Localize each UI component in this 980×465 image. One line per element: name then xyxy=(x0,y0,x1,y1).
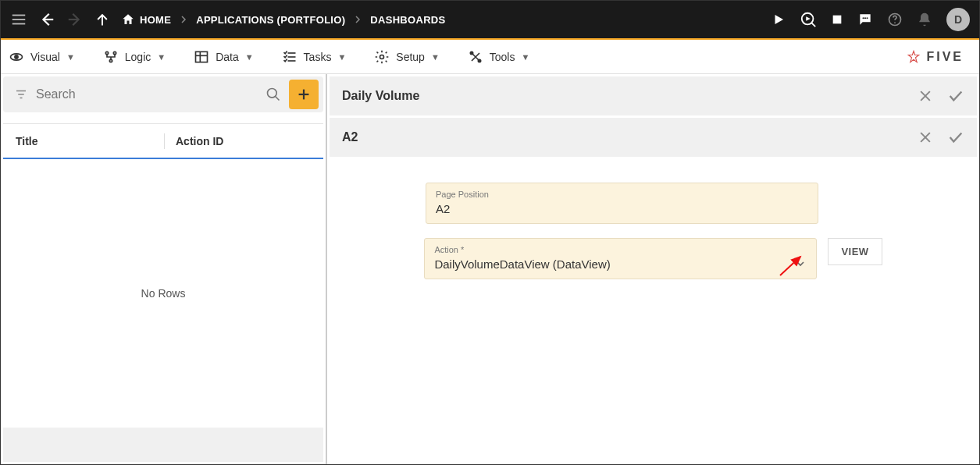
field-action-label: Action * xyxy=(434,245,807,254)
menu-tasks[interactable]: Tasks ▼ xyxy=(282,49,347,65)
column-action-id[interactable]: Action ID xyxy=(176,135,223,147)
breadcrumb-dashboards[interactable]: DASHBOARDS xyxy=(370,14,445,26)
svg-point-29 xyxy=(478,59,480,62)
avatar[interactable]: D xyxy=(946,8,970,31)
chevron-down-icon: ▼ xyxy=(521,52,529,62)
empty-state: No Rows xyxy=(3,159,323,428)
column-title[interactable]: Title xyxy=(16,135,164,147)
svg-marker-30 xyxy=(909,51,919,62)
chevron-down-icon: ▼ xyxy=(337,52,346,62)
brand-text: FIVE xyxy=(926,50,964,64)
svg-point-34 xyxy=(268,89,277,98)
chevron-down-icon[interactable] xyxy=(794,257,807,270)
menubar: Visual ▼ Logic ▼ Data ▼ Tasks ▼ Setup ▼ … xyxy=(1,40,979,74)
chevron-right-icon xyxy=(179,15,188,24)
chevron-down-icon: ▼ xyxy=(245,52,254,62)
forward-icon xyxy=(66,11,84,28)
chevron-down-icon: ▼ xyxy=(431,52,440,62)
menu-visual[interactable]: Visual ▼ xyxy=(9,49,75,65)
field-page-position-value: A2 xyxy=(436,202,808,215)
chevron-down-icon: ▼ xyxy=(66,52,75,62)
form-area: Page Position A2 Action * DailyVolumeDat… xyxy=(330,159,977,303)
menu-data[interactable]: Data ▼ xyxy=(194,49,253,65)
svg-point-15 xyxy=(894,22,896,23)
menu-visual-label: Visual xyxy=(30,51,60,63)
run-search-icon[interactable] xyxy=(800,11,817,28)
svg-line-35 xyxy=(276,97,280,101)
panel-header-main: Daily Volume xyxy=(330,76,977,115)
check-icon[interactable] xyxy=(947,87,964,105)
menu-setup[interactable]: Setup ▼ xyxy=(374,49,439,65)
column-headers: Title Action ID xyxy=(3,123,323,159)
close-icon[interactable] xyxy=(918,130,933,145)
add-button[interactable] xyxy=(289,80,319,109)
bell-icon[interactable] xyxy=(917,12,932,27)
chevron-right-icon xyxy=(353,15,362,24)
search-box xyxy=(3,76,323,112)
field-action-value: DailyVolumeDataView (DataView) xyxy=(434,257,807,271)
svg-point-17 xyxy=(15,55,18,58)
up-icon[interactable] xyxy=(94,12,110,27)
empty-state-text: No Rows xyxy=(141,287,186,300)
close-icon[interactable] xyxy=(918,88,933,104)
breadcrumb-dashboards-label: DASHBOARDS xyxy=(370,14,445,26)
right-panel: Daily Volume A2 Page Position A xyxy=(327,74,979,464)
filter-icon[interactable] xyxy=(14,87,28,101)
field-page-position[interactable]: Page Position A2 xyxy=(426,183,818,224)
search-icon[interactable] xyxy=(265,87,281,102)
svg-point-18 xyxy=(105,51,108,54)
svg-point-11 xyxy=(863,17,864,19)
svg-point-12 xyxy=(864,17,866,19)
svg-point-20 xyxy=(109,59,112,62)
left-footer xyxy=(3,428,323,462)
svg-line-9 xyxy=(812,23,816,27)
brand-logo: FIVE xyxy=(906,49,971,65)
svg-point-19 xyxy=(113,51,116,54)
svg-point-27 xyxy=(380,55,384,59)
menu-tools[interactable]: Tools ▼ xyxy=(468,49,530,65)
field-page-position-label: Page Position xyxy=(436,190,808,199)
stop-icon[interactable] xyxy=(831,13,843,26)
menu-setup-label: Setup xyxy=(396,51,425,63)
panel-title: Daily Volume xyxy=(342,89,419,103)
left-panel: Title Action ID No Rows xyxy=(1,74,327,464)
view-button[interactable]: VIEW xyxy=(828,238,882,265)
menu-tasks-label: Tasks xyxy=(304,51,332,63)
menu-logic[interactable]: Logic ▼ xyxy=(103,49,166,65)
search-input[interactable] xyxy=(36,87,258,101)
svg-marker-6 xyxy=(775,15,784,24)
breadcrumb-home-label: HOME xyxy=(140,14,171,26)
breadcrumb-home[interactable]: HOME xyxy=(121,12,171,27)
breadcrumb-applications[interactable]: APPLICATIONS (PORTFOLIO) xyxy=(196,14,345,26)
breadcrumb: HOME APPLICATIONS (PORTFOLIO) DASHBOARDS xyxy=(121,12,446,27)
play-icon[interactable] xyxy=(772,12,786,27)
check-icon[interactable] xyxy=(947,129,964,146)
svg-rect-10 xyxy=(833,16,842,24)
chevron-down-icon: ▼ xyxy=(157,52,166,62)
breadcrumb-applications-label: APPLICATIONS (PORTFOLIO) xyxy=(196,14,345,26)
panel-subtitle: A2 xyxy=(342,130,358,144)
svg-point-13 xyxy=(867,17,868,19)
svg-marker-8 xyxy=(806,16,811,20)
menu-data-label: Data xyxy=(216,51,239,63)
svg-point-28 xyxy=(470,51,472,54)
chat-icon[interactable] xyxy=(857,12,873,27)
menu-logic-label: Logic xyxy=(125,51,151,63)
panel-header-sub: A2 xyxy=(330,118,977,157)
help-icon[interactable] xyxy=(887,12,903,27)
hamburger-icon[interactable] xyxy=(10,11,27,28)
avatar-letter: D xyxy=(954,13,962,26)
menu-tools-label: Tools xyxy=(490,51,515,63)
topbar: HOME APPLICATIONS (PORTFOLIO) DASHBOARDS xyxy=(1,1,979,40)
svg-rect-21 xyxy=(196,51,208,62)
back-icon[interactable] xyxy=(38,11,55,28)
field-action[interactable]: Action * DailyVolumeDataView (DataView) xyxy=(424,238,817,279)
